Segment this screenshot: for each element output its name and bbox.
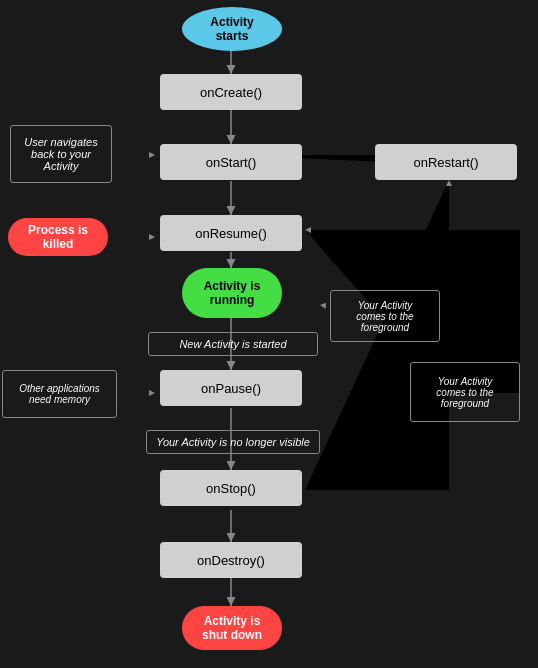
activity-shut-down-node: Activity is shut down [182, 606, 282, 650]
on-destroy-node: onDestroy() [160, 542, 302, 578]
on-stop-label: onStop() [206, 481, 256, 496]
activity-running-node: Activity is running [182, 268, 282, 318]
on-restart-node: onRestart() [375, 144, 517, 180]
user-navigates-text: User navigates back to your Activity [24, 136, 97, 172]
no-longer-text: Your Activity is no longer visible [156, 436, 310, 448]
on-create-label: onCreate() [200, 85, 262, 100]
foreground-large-label: Your Activity comes to the foreground [436, 376, 493, 409]
new-activity-started-label: New Activity is started [148, 332, 318, 356]
on-start-node: onStart() [160, 144, 302, 180]
on-pause-label: onPause() [201, 381, 261, 396]
user-navigates-back-label: User navigates back to your Activity [10, 125, 112, 183]
on-create-node: onCreate() [160, 74, 302, 110]
on-destroy-label: onDestroy() [197, 553, 265, 568]
process-killed-node: Process is killed [8, 218, 108, 256]
activity-shut-down-label: Activity is shut down [202, 614, 262, 642]
no-longer-visible-label: Your Activity is no longer visible [146, 430, 320, 454]
foreground-small-label: Your Activity comes to the foreground [356, 300, 413, 333]
on-resume-label: onResume() [195, 226, 267, 241]
other-apps-text: Other applications need memory [19, 383, 100, 405]
on-restart-label: onRestart() [413, 155, 478, 170]
on-stop-node: onStop() [160, 470, 302, 506]
activity-running-label: Activity is running [204, 279, 261, 307]
your-activity-foreground-large: Your Activity comes to the foreground [410, 362, 520, 422]
on-resume-node: onResume() [160, 215, 302, 251]
on-start-label: onStart() [206, 155, 257, 170]
activity-starts-node: Activity starts [182, 7, 282, 51]
other-apps-memory-label: Other applications need memory [2, 370, 117, 418]
on-pause-node: onPause() [160, 370, 302, 406]
your-activity-foreground-small: Your Activity comes to the foreground [330, 290, 440, 342]
activity-starts-label: Activity starts [210, 15, 253, 43]
new-activity-text: New Activity is started [179, 338, 286, 350]
process-killed-label: Process is killed [28, 223, 88, 251]
